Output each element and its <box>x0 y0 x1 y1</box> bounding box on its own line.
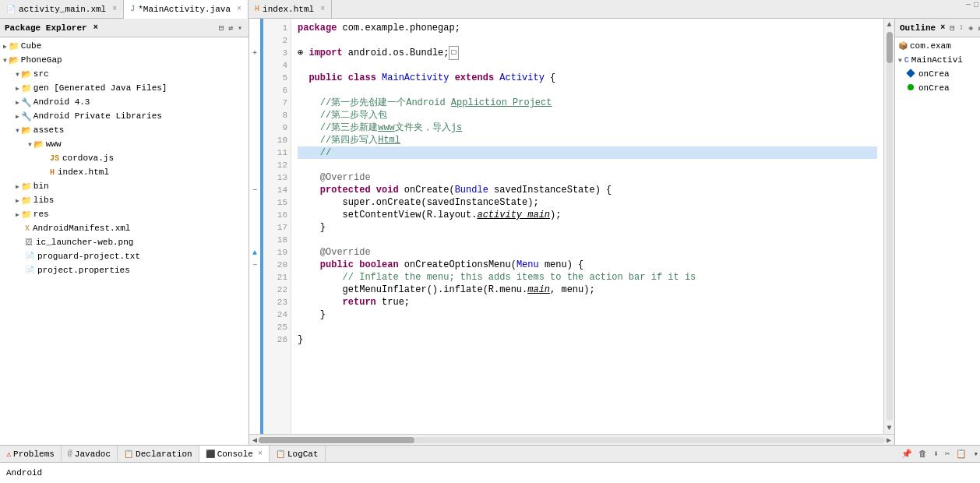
tree-item-res[interactable]: ▶ 📁 res <box>0 207 249 221</box>
link-with-editor-icon[interactable]: ⇄ <box>227 23 234 33</box>
collapse-all-icon[interactable]: ⊟ <box>217 23 225 33</box>
vscroll-down-arrow[interactable]: ▼ <box>885 422 893 434</box>
outline-sort-icon[interactable]: ↕ <box>957 23 965 33</box>
tab-console-close[interactable]: × <box>258 450 263 458</box>
tree-item-cube[interactable]: ▶ 📁 Cube <box>0 39 249 53</box>
tab-indexhtml-label: index.html <box>263 5 314 14</box>
vscroll-up-arrow[interactable]: ▲ <box>885 19 893 30</box>
folder-www-icon: 📂 <box>33 139 44 150</box>
gutter-24 <box>249 308 260 321</box>
tree-item-androidmanifest[interactable]: X AndroidManifest.xml <box>0 221 249 235</box>
gutter-13 <box>249 171 260 184</box>
gutter-20-minus2[interactable]: − <box>249 259 260 271</box>
console-copy-icon[interactable]: 📋 <box>954 448 968 460</box>
console-clear-icon[interactable]: 🗑 <box>917 448 929 460</box>
outline-item-class[interactable]: ▼ C MainActivi <box>895 53 980 67</box>
tree-item-src[interactable]: ▼ 📂 src <box>0 67 249 81</box>
tree-item-indexhtml[interactable]: H index.html <box>0 165 249 179</box>
tree-item-gen[interactable]: ▶ 📁 gen [Generated Java Files] <box>0 81 249 95</box>
tree-item-projectprops[interactable]: 📄 project.properties <box>0 263 249 277</box>
tab-mainactivity-label: *MainActivity.java <box>138 5 231 14</box>
console-menu-icon[interactable]: ▾ <box>971 448 980 460</box>
tab-mainactivity-close[interactable]: × <box>237 5 241 13</box>
gutter-14-minus[interactable]: − <box>249 184 260 196</box>
outline-item-package[interactable]: 📦 com.exam <box>895 39 980 53</box>
problems-icon: ⚠ <box>6 450 11 459</box>
xml-manifest-icon: X <box>25 224 30 233</box>
tree-item-assets[interactable]: ▼ 📂 assets <box>0 123 249 137</box>
editor-vscroll[interactable]: ▲ ▼ <box>883 19 894 434</box>
outline-item-oncreate1[interactable]: onCrea <box>895 67 980 81</box>
tree-item-bin[interactable]: ▶ 📁 bin <box>0 179 249 193</box>
outline-item-oncreate2[interactable]: onCrea <box>895 81 980 95</box>
package-explorer-close-icon[interactable]: × <box>93 23 98 32</box>
hscroll-left-arrow[interactable]: ◀ <box>251 435 259 445</box>
tab-problems[interactable]: ⚠ Problems <box>0 446 62 462</box>
gutter-12 <box>249 159 260 171</box>
hscroll-right-arrow[interactable]: ▶ <box>885 435 893 445</box>
gutter-1 <box>249 22 260 34</box>
editor-hscroll[interactable]: ◀ ▶ <box>249 434 894 445</box>
view-menu-icon[interactable]: ▾ <box>236 23 244 33</box>
outline-sync-icon[interactable]: ⇄ <box>976 23 980 33</box>
tab-activity-main[interactable]: 📄 activity_main.xml × <box>0 0 124 18</box>
tree-label-androidmanifest: AndroidManifest.xml <box>33 224 130 233</box>
gutter-21 <box>249 271 260 284</box>
txt-proguard-icon: 📄 <box>25 252 34 261</box>
tree-item-android43[interactable]: ▶ 🔧 Android 4.3 <box>0 95 249 109</box>
tree-label-phonegap: PhoneGap <box>21 55 62 65</box>
gutter-17 <box>249 221 260 234</box>
tree-item-proguard[interactable]: 📄 proguard-project.txt <box>0 249 249 263</box>
gutter-3-plus[interactable]: + <box>249 47 260 59</box>
tab-console[interactable]: ⬛ Console × <box>199 446 270 462</box>
code-line-20: public boolean onCreateOptionsMenu(Menu … <box>298 259 877 271</box>
console-cut-icon[interactable]: ✂ <box>943 448 952 460</box>
tab-indexhtml[interactable]: H index.html × <box>249 0 332 18</box>
tree-item-androidprivate[interactable]: ▶ 🔧 Android Private Libraries <box>0 109 249 123</box>
code-editor-panel: + − ▲ − <box>249 19 894 445</box>
tab-mainactivity[interactable]: J *MainActivity.java × <box>124 0 249 19</box>
tree-item-iclauncher[interactable]: 🖼 ic_launcher-web.png <box>0 235 249 249</box>
package-explorer-header: Package Explorer × ⊟ ⇄ ▾ <box>0 19 249 37</box>
vscroll-track[interactable] <box>887 32 893 421</box>
outline-label-package: com.exam <box>910 41 951 51</box>
tree-item-www[interactable]: ▼ 📂 www <box>0 137 249 151</box>
code-content[interactable]: package com.example.phonegap; ⊕ import a… <box>291 19 883 434</box>
tab-logcat[interactable]: 📋 LogCat <box>270 446 326 462</box>
hscroll-thumb[interactable] <box>259 437 414 443</box>
console-pin-icon[interactable]: 📌 <box>900 448 914 460</box>
tree-item-libs[interactable]: ▶ 📁 libs <box>0 193 249 207</box>
hscroll-track[interactable] <box>259 437 885 443</box>
tab-console-label: Console <box>217 450 253 459</box>
tree-item-cordovajs[interactable]: JS cordova.js <box>0 151 249 165</box>
tab-javadoc[interactable]: @ Javadoc <box>62 446 118 462</box>
gutter-8 <box>249 109 260 122</box>
line-numbers: 1 2 3 4 5 6 7 8 9 10 11 12 13 14 15 16 1… <box>263 19 291 434</box>
console-scroll-icon[interactable]: ⬇ <box>932 448 940 460</box>
vscroll-thumb[interactable] <box>887 32 893 63</box>
lib-android43-icon: 🔧 <box>21 97 32 108</box>
import-expand-btn[interactable]: □ <box>449 46 458 60</box>
gutter-23 <box>249 296 260 308</box>
javadoc-icon: @ <box>68 450 72 458</box>
package-explorer-tree: ▶ 📁 Cube ▼ 📂 PhoneGap ▼ 📂 src ▶ 📁 gen [G… <box>0 37 249 445</box>
tree-label-cube: Cube <box>21 41 41 51</box>
console-content: Android <box>0 463 980 483</box>
outline-method-green-icon <box>908 83 914 93</box>
outline-collapse-icon[interactable]: ⊟ <box>948 23 956 33</box>
outline-close-icon[interactable]: × <box>940 23 945 32</box>
editor-minimize-btn[interactable]: ─ <box>964 0 972 18</box>
tree-label-libs: libs <box>33 196 54 205</box>
tab-logcat-label: LogCat <box>287 450 319 459</box>
tab-declaration[interactable]: 📋 Declaration <box>118 446 199 462</box>
tree-label-cordovajs: cordova.js <box>62 153 114 163</box>
gutter-19-plus2[interactable]: ▲ <box>249 246 260 259</box>
outline-package-icon: 📦 <box>898 41 908 51</box>
editor-maximize-btn[interactable]: □ <box>972 0 980 18</box>
tab-indexhtml-close[interactable]: × <box>320 5 325 13</box>
gutter-5 <box>249 72 260 84</box>
outline-hide-icon[interactable]: ◈ <box>967 23 975 33</box>
tree-item-phonegap[interactable]: ▼ 📂 PhoneGap <box>0 53 249 67</box>
tree-label-assets: assets <box>33 125 65 135</box>
tab-activity-main-close[interactable]: × <box>112 5 117 13</box>
